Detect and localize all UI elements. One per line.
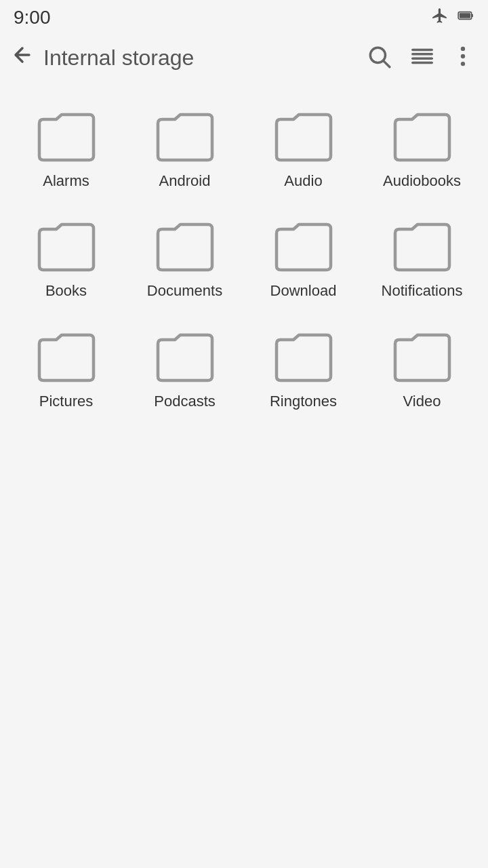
folder-label-video: Video xyxy=(403,393,441,410)
view-toggle-button[interactable] xyxy=(405,39,439,76)
folder-icon-android xyxy=(155,110,216,163)
toolbar: Internal storage xyxy=(0,33,488,83)
folder-item-pictures[interactable]: Pictures xyxy=(7,317,125,427)
folder-item-audio[interactable]: Audio xyxy=(244,96,363,206)
airplane-icon xyxy=(431,7,449,28)
folder-label-download: Download xyxy=(270,282,337,300)
folder-label-notifications: Notifications xyxy=(382,282,463,300)
folder-item-download[interactable]: Download xyxy=(244,206,363,316)
folder-label-android: Android xyxy=(159,172,211,190)
folder-label-pictures: Pictures xyxy=(39,393,93,410)
folder-item-ringtones[interactable]: Ringtones xyxy=(244,317,363,427)
folder-item-video[interactable]: Video xyxy=(363,317,481,427)
folder-icon-audiobooks xyxy=(392,110,453,163)
search-button[interactable] xyxy=(362,39,396,76)
folder-icon-books xyxy=(36,220,97,273)
folder-label-documents: Documents xyxy=(147,282,222,300)
folder-label-alarms: Alarms xyxy=(43,172,89,190)
folder-item-podcasts[interactable]: Podcasts xyxy=(125,317,244,427)
folder-label-podcasts: Podcasts xyxy=(154,393,216,410)
folder-item-books[interactable]: Books xyxy=(7,206,125,316)
folder-label-books: Books xyxy=(45,282,87,300)
folder-icon-audio xyxy=(273,110,334,163)
folder-label-ringtones: Ringtones xyxy=(270,393,337,410)
folder-item-android[interactable]: Android xyxy=(125,96,244,206)
toolbar-title: Internal storage xyxy=(43,45,352,71)
status-bar: 9:00 xyxy=(0,0,488,33)
back-button[interactable] xyxy=(11,43,34,73)
battery-icon xyxy=(457,7,474,28)
folder-icon-documents xyxy=(155,220,216,273)
folder-grid: Alarms Android Audio Audiobooks xyxy=(0,83,488,440)
svg-point-8 xyxy=(461,47,465,51)
folder-label-audio: Audio xyxy=(284,172,322,190)
svg-line-3 xyxy=(384,61,390,67)
folder-item-alarms[interactable]: Alarms xyxy=(7,96,125,206)
folder-icon-alarms xyxy=(36,110,97,163)
folder-icon-podcasts xyxy=(155,330,216,383)
svg-point-10 xyxy=(461,62,465,66)
svg-point-9 xyxy=(461,54,465,58)
folder-item-notifications[interactable]: Notifications xyxy=(363,206,481,316)
status-icons xyxy=(431,7,474,28)
svg-rect-1 xyxy=(460,13,470,18)
folder-icon-download xyxy=(273,220,334,273)
folder-item-audiobooks[interactable]: Audiobooks xyxy=(363,96,481,206)
folder-icon-pictures xyxy=(36,330,97,383)
more-options-button[interactable] xyxy=(449,39,477,76)
status-time: 9:00 xyxy=(14,7,51,28)
folder-icon-video xyxy=(392,330,453,383)
folder-label-audiobooks: Audiobooks xyxy=(383,172,461,190)
folder-item-documents[interactable]: Documents xyxy=(125,206,244,316)
folder-icon-ringtones xyxy=(273,330,334,383)
folder-icon-notifications xyxy=(392,220,453,273)
